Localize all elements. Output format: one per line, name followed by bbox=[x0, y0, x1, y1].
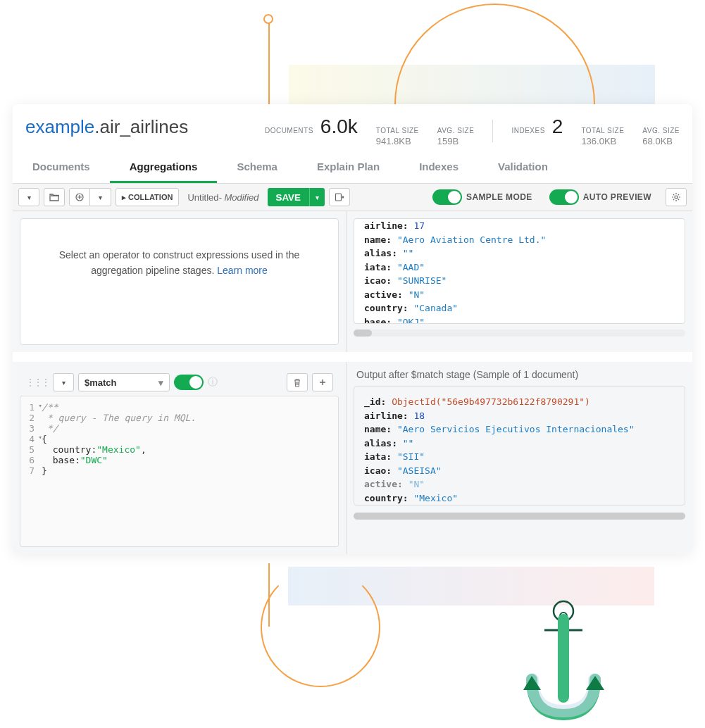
db-name: example bbox=[25, 116, 94, 137]
doc1-name: "Aero Aviation Centre Ltd." bbox=[397, 234, 546, 245]
stage-code-editor[interactable]: 1/**2 * query - The query in MQL.3 */4{5… bbox=[20, 396, 339, 547]
stage-expand-button[interactable] bbox=[53, 373, 74, 391]
svg-rect-1 bbox=[335, 194, 341, 201]
doc1-airline: 17 bbox=[413, 220, 425, 231]
delete-stage-button[interactable] bbox=[287, 373, 308, 391]
namespace: example.air_airlines bbox=[25, 116, 188, 138]
doc-total-size-label: TOTAL SIZE bbox=[376, 127, 419, 134]
svg-point-3 bbox=[554, 601, 573, 621]
new-pipeline-dropdown[interactable] bbox=[90, 188, 111, 206]
svg-point-4 bbox=[560, 613, 567, 620]
idx-total-size-label: TOTAL SIZE bbox=[581, 127, 624, 134]
doc2-iata: "SII" bbox=[397, 451, 425, 462]
doc2-airline: 18 bbox=[413, 410, 425, 421]
doc1-country: "Canada" bbox=[413, 303, 458, 313]
tab-aggregations[interactable]: Aggregations bbox=[110, 153, 218, 183]
tabbar: Documents Aggregations Schema Explain Pl… bbox=[13, 153, 692, 184]
tab-documents[interactable]: Documents bbox=[13, 153, 110, 183]
tab-explain-plan[interactable]: Explain Plan bbox=[297, 153, 399, 183]
svg-point-2 bbox=[675, 196, 678, 199]
help-card: Select an operator to construct expressi… bbox=[20, 218, 339, 345]
stage-enabled-toggle[interactable] bbox=[174, 375, 204, 390]
aggregation-toolbar: ▸ COLLATION Untitled- Modified SAVE SAMP… bbox=[13, 184, 692, 211]
documents-count: 6.0k bbox=[320, 115, 358, 138]
doc1-active: "N" bbox=[408, 289, 425, 300]
doc2-name: "Aero Servicios Ejecutivos Internacional… bbox=[397, 424, 635, 434]
sample-mode-toggle[interactable] bbox=[432, 189, 462, 205]
collection-name: .air_airlines bbox=[94, 116, 188, 137]
idx-avg-size: 68.0KB bbox=[642, 136, 673, 146]
stage-output-label: Output after $match stage (Sample of 1 d… bbox=[354, 369, 685, 380]
tab-indexes[interactable]: Indexes bbox=[399, 153, 478, 183]
stage-output-document: _id: ObjectId("56e9b497732b6122f8790291"… bbox=[354, 386, 685, 506]
open-icon[interactable] bbox=[44, 188, 65, 206]
tab-schema[interactable]: Schema bbox=[217, 153, 297, 183]
indexes-count: 2 bbox=[552, 115, 563, 138]
doc2-id: ObjectId("56e9b497732b6122f8790291") bbox=[392, 396, 590, 407]
idx-total-size: 136.0KB bbox=[581, 136, 616, 146]
sample-mode-label: SAMPLE MODE bbox=[466, 192, 532, 202]
stage-header: ⋮⋮⋮ $match▾ ⓘ bbox=[20, 369, 339, 396]
pipeline-stage: ⋮⋮⋮ $match▾ ⓘ 1/**2 * query - The query … bbox=[13, 362, 692, 554]
drag-handle-icon[interactable]: ⋮⋮⋮ bbox=[25, 377, 49, 388]
new-pipeline-button[interactable] bbox=[69, 188, 90, 206]
doc2-alias: "" bbox=[403, 438, 414, 448]
doc1-alias: "" bbox=[403, 248, 414, 258]
doc-avg-size-label: AVG. SIZE bbox=[437, 127, 475, 134]
sample-document-card: airline: 17 name: "Aero Aviation Centre … bbox=[354, 218, 685, 324]
pipeline-name: Untitled- Modified bbox=[183, 192, 263, 203]
app-window: example.air_airlines DOCUMENTS 6.0k TOTA… bbox=[13, 104, 692, 554]
settings-button[interactable] bbox=[666, 188, 687, 206]
doc2-active: "N" bbox=[408, 479, 425, 489]
export-icon[interactable] bbox=[329, 188, 350, 206]
doc1-icao: "SUNRISE" bbox=[397, 275, 447, 286]
collation-button[interactable]: ▸ COLLATION bbox=[116, 188, 179, 206]
save-button[interactable]: SAVE bbox=[268, 188, 309, 206]
learn-more-link[interactable]: Learn more bbox=[217, 265, 268, 276]
history-dropdown[interactable] bbox=[18, 188, 39, 206]
save-dropdown[interactable] bbox=[309, 188, 325, 206]
horizontal-scrollbar[interactable] bbox=[354, 330, 685, 337]
doc1-iata: "AAD" bbox=[397, 262, 425, 272]
collection-header: example.air_airlines DOCUMENTS 6.0k TOTA… bbox=[13, 104, 692, 153]
auto-preview-toggle[interactable] bbox=[549, 189, 579, 205]
doc2-country: "Mexico" bbox=[413, 493, 458, 503]
doc-avg-size: 159B bbox=[437, 136, 458, 146]
idx-avg-size-label: AVG. SIZE bbox=[642, 127, 680, 134]
stage-operator-select[interactable]: $match▾ bbox=[78, 373, 170, 391]
collection-stats: DOCUMENTS 6.0k TOTAL SIZE 941.8KB AVG. S… bbox=[265, 115, 680, 146]
auto-preview-label: AUTO PREVIEW bbox=[583, 192, 651, 202]
info-icon: ⓘ bbox=[208, 376, 218, 389]
tab-validation[interactable]: Validation bbox=[478, 153, 568, 183]
horizontal-scrollbar[interactable] bbox=[354, 513, 685, 520]
indexes-label: INDEXES bbox=[511, 127, 544, 134]
add-stage-button[interactable] bbox=[312, 373, 333, 391]
documents-label: DOCUMENTS bbox=[265, 127, 313, 134]
doc1-base: "OKJ" bbox=[397, 317, 425, 325]
doc-total-size: 941.8KB bbox=[376, 136, 411, 146]
doc2-icao: "ASEISA" bbox=[397, 465, 442, 476]
